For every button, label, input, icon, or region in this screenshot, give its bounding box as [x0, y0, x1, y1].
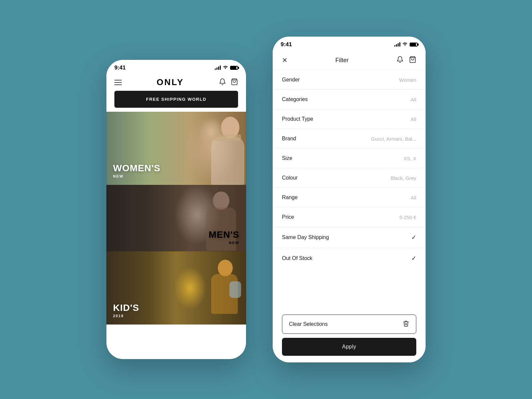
bag-icon-right[interactable] — [409, 56, 416, 65]
womens-section[interactable]: WOMEN'S NEW — [106, 112, 246, 185]
filter-value-colour: Black, Grey — [390, 175, 416, 181]
status-time-left: 9:41 — [114, 65, 126, 71]
filter-row-colour[interactable]: Colour Black, Grey — [273, 168, 426, 188]
mens-title: MEN'S — [208, 229, 239, 240]
filter-row-same-day[interactable]: Same Day Shipping ✓ — [273, 227, 426, 248]
phone-left: 9:41 — [106, 60, 246, 359]
status-icons-right — [394, 42, 418, 48]
phones-container: 9:41 — [0, 0, 532, 399]
filter-label-out-of-stock: Out Of Stock — [282, 255, 313, 261]
mens-subtitle: NEW — [208, 241, 239, 245]
mens-section[interactable]: MEN'S NEW — [106, 185, 246, 251]
bag-icon-left[interactable] — [231, 78, 238, 87]
filter-title: Filter — [335, 57, 349, 64]
filter-value-gender: Women — [399, 77, 416, 83]
filter-screen: 9:41 — [273, 37, 426, 362]
filter-value-size: XS, X — [404, 156, 416, 161]
filter-header: ✕ Filter — [273, 51, 426, 70]
battery-icon-left — [230, 66, 238, 70]
filter-value-brand: Gucci, Armani, Bal... — [371, 136, 416, 142]
filter-value-range: All — [411, 195, 416, 200]
nav-actions-left — [219, 78, 238, 87]
filter-label-product-type: Product Type — [282, 116, 313, 122]
filter-row-out-of-stock[interactable]: Out Of Stock ✓ — [273, 248, 426, 269]
nav-bar-left: ONLY — [106, 74, 246, 91]
filter-check-same-day: ✓ — [411, 234, 416, 241]
wifi-icon-left — [223, 65, 228, 70]
apply-button[interactable]: Apply — [282, 338, 416, 356]
battery-icon-right — [410, 43, 418, 47]
filter-row-brand[interactable]: Brand Gucci, Armani, Bal... — [273, 129, 426, 149]
filter-label-gender: Gender — [282, 77, 300, 83]
kids-title: KID'S — [113, 303, 139, 313]
filter-row-categories[interactable]: Categories All — [273, 90, 426, 109]
filter-label-size: Size — [282, 155, 292, 161]
filter-header-icons — [396, 56, 416, 65]
filter-label-categories: Categories — [282, 96, 308, 102]
kids-hero-text: KID'S 2019 — [113, 303, 139, 318]
status-icons-left — [215, 65, 238, 70]
filter-label-range: Range — [282, 195, 298, 200]
clear-btn-label: Clear Selections — [289, 321, 328, 327]
filter-footer: Clear Selections Apply — [273, 309, 426, 362]
filter-list: Gender Women Categories All Product Type… — [273, 70, 426, 309]
filter-value-product-type: All — [411, 116, 416, 122]
filter-label-same-day: Same Day Shipping — [282, 234, 329, 240]
bell-icon-right[interactable] — [396, 56, 404, 65]
close-button[interactable]: ✕ — [282, 57, 288, 64]
filter-label-price: Price — [282, 214, 294, 220]
clear-selections-button[interactable]: Clear Selections — [282, 315, 416, 334]
wifi-icon-right — [402, 42, 408, 48]
hamburger-icon[interactable] — [114, 80, 122, 85]
filter-row-gender[interactable]: Gender Women — [273, 70, 426, 90]
signal-icon-left — [215, 66, 221, 70]
womens-subtitle: NEW — [113, 174, 161, 178]
filter-value-price: 5-250 € — [399, 214, 416, 220]
brand-logo: ONLY — [157, 77, 184, 87]
filter-row-product-type[interactable]: Product Type All — [273, 109, 426, 129]
filter-value-categories: All — [411, 97, 416, 102]
filter-row-price[interactable]: Price 5-250 € — [273, 207, 426, 227]
status-time-right: 9:41 — [281, 41, 292, 48]
hero-images: WOMEN'S NEW MEN'S NEW — [106, 112, 246, 325]
kids-section[interactable]: KID'S 2019 — [106, 251, 246, 325]
filter-row-size[interactable]: Size XS, X — [273, 149, 426, 168]
signal-icon-right — [394, 43, 400, 47]
mens-hero-text: MEN'S NEW — [208, 229, 239, 245]
kids-subtitle: 2019 — [113, 314, 139, 318]
womens-hero-text: WOMEN'S NEW — [113, 163, 161, 178]
bell-icon-left[interactable] — [219, 78, 226, 87]
filter-row-range[interactable]: Range All — [273, 188, 426, 207]
filter-check-out-of-stock: ✓ — [411, 255, 416, 262]
status-bar-left: 9:41 — [106, 60, 246, 74]
status-bar-right: 9:41 — [273, 37, 426, 51]
trash-icon — [403, 320, 409, 328]
filter-label-colour: Colour — [282, 175, 298, 181]
womens-title: WOMEN'S — [113, 163, 161, 174]
phone-right: 9:41 — [273, 37, 426, 362]
shipping-banner: FREE SHIPPING WORLD — [114, 91, 238, 108]
filter-label-brand: Brand — [282, 136, 296, 142]
